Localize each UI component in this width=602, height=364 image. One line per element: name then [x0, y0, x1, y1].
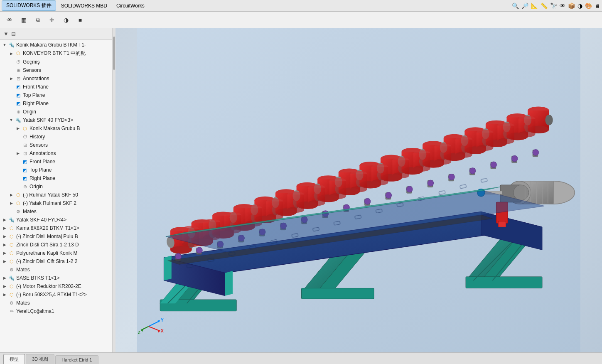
- tree-expander[interactable]: ▶: [2, 225, 7, 231]
- tree-item-right-plane-1[interactable]: ◩Right Plane: [0, 99, 112, 108]
- toolbar-move-button[interactable]: ✛: [46, 14, 58, 26]
- tab-motion[interactable]: Hareket Etrid 1: [55, 355, 98, 364]
- tree-expander[interactable]: ▶: [8, 192, 14, 198]
- tree-item-yatak-skf-3[interactable]: ▼🔩Yatak SKF 40 FYD<3>: [0, 116, 112, 124]
- tree-expander[interactable]: [8, 67, 14, 73]
- scope-icon[interactable]: 🔭: [550, 2, 557, 9]
- tree-item-sensors-2[interactable]: ⊞Sensors: [0, 141, 112, 149]
- tree-item-front-plane-1[interactable]: ◩Front Plane: [0, 83, 112, 91]
- tree-expander[interactable]: ▶: [15, 150, 21, 156]
- ruler-icon[interactable]: 📏: [541, 2, 548, 9]
- toolbar-chart-button[interactable]: ◑: [60, 14, 72, 26]
- part-icon: ⬡: [15, 200, 22, 207]
- tree-item-sase-btks[interactable]: ▶🔩SASE BTKS T1<1>: [0, 274, 112, 282]
- tree-expander[interactable]: ▶: [2, 275, 7, 281]
- tree-expander[interactable]: ▶: [8, 200, 14, 206]
- viewport[interactable]: Y X Z: [115, 28, 602, 352]
- tree-expander[interactable]: [8, 92, 14, 98]
- tree-item-zincir-montaj[interactable]: ▶⬡(-) Zincir Disli Montaj Pulu B: [0, 232, 112, 241]
- tree-item-boru[interactable]: ▶⬡(-) Boru 508X25,4 BTKM T1<2>: [0, 290, 112, 299]
- filter-icon[interactable]: ▼: [3, 31, 9, 37]
- tree-item-mates-2[interactable]: ⚙Mates: [0, 266, 112, 274]
- tree-expander[interactable]: ▼: [8, 117, 14, 123]
- tree-item-annotations-2[interactable]: ▶⊡Annotations: [0, 149, 112, 157]
- tree-expander[interactable]: ▶: [2, 234, 7, 239]
- tree-item-sensors[interactable]: ⊞Sensors: [0, 66, 112, 74]
- tree-item-history-2[interactable]: ⏱History: [0, 133, 112, 141]
- tree-item-yatak-skf-4[interactable]: ▶🔩Yatak SKF 40 FYD<4>: [0, 216, 112, 224]
- tree-item-root[interactable]: ▼🔩Konik Makara Grubu BTKM T1-: [0, 41, 112, 49]
- tree-expander[interactable]: ▶: [2, 292, 7, 298]
- tree-expander[interactable]: ▶: [2, 242, 7, 248]
- tree-item-gecmis[interactable]: ⏱Geçmiş: [0, 58, 112, 66]
- tree-expander[interactable]: [15, 159, 21, 165]
- tree-expander[interactable]: ▶: [2, 283, 7, 289]
- tree-expander[interactable]: ▶: [15, 125, 21, 131]
- menu-solidworks-plugin[interactable]: SOLIDWORKS 插件: [2, 0, 56, 11]
- menu-solidworks-mbd[interactable]: SOLIDWORKS MBD: [57, 2, 111, 10]
- measure-icon[interactable]: 📐: [531, 2, 538, 9]
- tree-expander[interactable]: [8, 84, 14, 90]
- palette-icon[interactable]: 🎨: [585, 2, 592, 9]
- tree-expander[interactable]: [8, 109, 14, 115]
- tree-expander[interactable]: [2, 267, 7, 273]
- tree-item-konik-makara-b[interactable]: ▶⬡Konik Makara Grubu B: [0, 124, 112, 133]
- tree-item-konveyor[interactable]: ▶⬡KONVEYOR BTK T1 中的配: [0, 49, 112, 58]
- toolbar-copy-button[interactable]: ⧉: [32, 14, 44, 26]
- tree-item-motor-reduktor[interactable]: ▶⬡(-) Motor Reduktor KR202-2E: [0, 282, 112, 290]
- filter-funnel-icon[interactable]: ⊟: [11, 31, 16, 37]
- tree-item-annotations[interactable]: ▶⊡Annotations: [0, 74, 112, 83]
- tree-item-top-plane-1[interactable]: ◩Top Plane: [0, 91, 112, 99]
- toolbar-eye-button[interactable]: 👁: [3, 14, 16, 26]
- tree-expander[interactable]: [2, 300, 7, 306]
- tree-expander[interactable]: ▶: [2, 217, 7, 223]
- tree-item-top-plane-2[interactable]: ◩Top Plane: [0, 166, 112, 174]
- tree-expander[interactable]: [15, 175, 21, 181]
- svg-point-191: [428, 180, 434, 186]
- tree-item-origin-1[interactable]: ⊕Origin: [0, 108, 112, 116]
- menu-bar: SOLIDWORKS 插件 SOLIDWORKS MBD CircuitWork…: [0, 0, 602, 12]
- tree-item-polyurethane[interactable]: ▶⬡Polyurethane Kapli Konik M: [0, 249, 112, 257]
- tab-3d-view[interactable]: 3D 视图: [26, 354, 54, 364]
- svg-text:X: X: [161, 329, 164, 333]
- toolbar-dark-button[interactable]: ■: [74, 14, 86, 26]
- tab-model[interactable]: 模型: [3, 354, 25, 364]
- tree-label-konveyor: KONVEYOR BTK T1 中的配: [23, 50, 86, 57]
- scrollbar-track[interactable]: [112, 28, 115, 352]
- tree-expander[interactable]: [15, 142, 21, 148]
- box-icon[interactable]: 📦: [568, 2, 575, 9]
- tree-item-kama[interactable]: ▶⬡Kama 8X8X20 BTKM T1<1>: [0, 224, 112, 232]
- tree-item-zincir-disli-2[interactable]: ▶⬡(-) Zincir Disli Cift Sira 1-2 2: [0, 257, 112, 266]
- tree-item-origin-2[interactable]: ⊕Origin: [0, 182, 112, 191]
- tree-expander[interactable]: ▶: [2, 250, 7, 256]
- tree-item-mates-1[interactable]: ⚙Mates: [0, 207, 112, 216]
- tree-expander[interactable]: ▶: [8, 51, 14, 57]
- tree-expander[interactable]: ▼: [2, 42, 7, 48]
- tree-expander[interactable]: [15, 134, 21, 140]
- tree-expander[interactable]: [8, 209, 14, 214]
- tree-item-rulman-yatak[interactable]: ▶⬡(-) Rulman Yatak SKF 50: [0, 191, 112, 199]
- tree-expander[interactable]: [8, 101, 14, 106]
- search-icon[interactable]: 🔍: [512, 2, 519, 9]
- tree-expander[interactable]: ▶: [8, 76, 14, 81]
- half-circle-icon[interactable]: ◑: [577, 2, 582, 9]
- tree-expander[interactable]: [15, 167, 21, 173]
- tree-item-yerel-cogaltma[interactable]: ✏YerelLÇoğaltma1: [0, 307, 112, 315]
- tree-item-zincir-disli-cift[interactable]: ▶⬡Zincir Disli Cift Sira 1-2 13 D: [0, 241, 112, 249]
- view-icon[interactable]: 👁: [560, 2, 565, 9]
- scrollbar-thumb[interactable]: [113, 37, 115, 70]
- feature-tree[interactable]: ▼🔩Konik Makara Grubu BTKM T1-▶⬡KONVEYOR …: [0, 40, 112, 352]
- tree-expander[interactable]: ▶: [2, 258, 7, 264]
- tree-item-front-plane-2[interactable]: ◩Front Plane: [0, 157, 112, 166]
- tree-expander[interactable]: [2, 308, 7, 314]
- monitor-icon[interactable]: 🖥: [595, 2, 600, 9]
- tree-item-right-plane-2[interactable]: ◩Right Plane: [0, 174, 112, 182]
- origin-icon: ⊕: [15, 108, 22, 115]
- tree-item-mates-3[interactable]: ⚙Mates: [0, 299, 112, 307]
- tree-item-yatak-rulmani[interactable]: ▶⬡(-) Yatak Rulmani SKF 2: [0, 199, 112, 207]
- menu-circuitworks[interactable]: CircuitWorks: [112, 2, 149, 10]
- toolbar-grid-button[interactable]: ▦: [17, 14, 30, 26]
- zoom-icon[interactable]: 🔎: [521, 2, 528, 9]
- tree-expander[interactable]: [15, 184, 21, 189]
- tree-expander[interactable]: [8, 59, 14, 65]
